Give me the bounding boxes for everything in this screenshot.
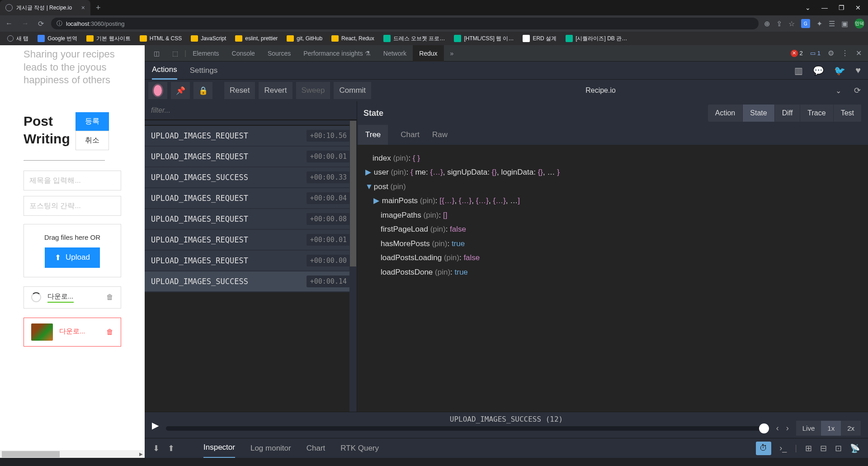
action-row[interactable]: UPLOAD_IMAGES_SUCCESS+00:00.33 [145,167,357,188]
slider-thumb[interactable] [759,423,769,433]
summary-input[interactable] [24,196,121,216]
vtab-state[interactable]: State [743,105,774,122]
gear-icon[interactable]: ⚙ [828,49,834,57]
tree-view[interactable]: index (pin): { } ▶ user (pin): { me: {…}… [357,145,868,412]
ttab-tree[interactable]: Tree [358,125,388,145]
scrollbar-thumb[interactable] [2,451,60,457]
bookmark-icon[interactable]: ☆ [788,19,795,28]
browser-tab[interactable]: 게시글 작성 | Recipe.io × [0,0,90,15]
ttab-chart[interactable]: Chart [401,125,420,145]
upload-dropzone[interactable]: Drag files here OR ⬆Upload [24,224,121,277]
console-icon[interactable]: ›_ [779,443,787,453]
vtab-trace[interactable]: Trace [800,105,833,122]
speed-2x[interactable]: 2x [841,421,861,436]
messages-badge[interactable]: ▭ 1 [810,50,821,57]
bookmark-folder[interactable]: eslint, prettier [231,33,281,43]
sweep-button[interactable]: Sweep [296,82,330,99]
bookmark-item[interactable]: ERD 설계 [519,33,560,44]
close-icon[interactable]: × [81,4,85,11]
tab-elements[interactable]: Elements [186,45,225,62]
pin-button[interactable]: 📌 [171,82,190,99]
broadcast-icon[interactable]: 📡 [850,443,860,453]
revert-button[interactable]: Revert [259,82,292,99]
bookmark-item[interactable]: 새 탭 [4,33,32,44]
sync-icon[interactable]: ⟳ [850,86,864,95]
grid3-icon[interactable]: ⊡ [835,443,842,453]
zoom-icon[interactable]: ⊕ [764,19,770,28]
action-row[interactable]: UPLOAD_IMAGES_REQUEST+00:10.56 [145,126,357,147]
action-row[interactable]: UPLOAD_IMAGES_REQUEST+00:00.01 [145,230,357,251]
action-row[interactable]: UPLOAD_IMAGES_REQUEST+00:00.08 [145,209,357,230]
delete-icon[interactable]: 🗑 [106,328,113,336]
record-button[interactable] [148,82,167,99]
twitter-icon[interactable]: 🐦 [834,65,845,76]
vertical-scrollbar[interactable] [349,120,357,412]
action-row[interactable]: UPLOAD_IMAGES_REQUEST+00:00.01 [145,147,357,167]
delete-icon[interactable]: 🗑 [106,293,113,301]
bookmark-item[interactable]: [시퀄라이즈] DB 관… [562,33,631,44]
close-icon[interactable]: ✕ [856,49,862,57]
bookmark-item[interactable]: Google 번역 [34,33,81,44]
prev-button[interactable]: ‹ [776,423,779,433]
reading-list-icon[interactable]: ☰ [829,19,835,28]
vtab-diff[interactable]: Diff [775,105,801,122]
errors-badge[interactable]: ✕2 [791,50,803,57]
minimize-icon[interactable]: — [821,4,828,11]
bookmark-folder[interactable]: 기본 웹사이트 [83,33,134,44]
speed-1x[interactable]: 1x [821,421,841,436]
btab-log[interactable]: Log monitor [250,438,291,458]
translate-icon[interactable]: G [801,19,810,28]
heart-icon[interactable]: ♥ [855,65,861,76]
upload-button[interactable]: ⬆Upload [45,247,100,268]
extensions-icon[interactable]: ✦ [816,19,822,28]
timer-icon[interactable]: ⏱ [756,442,771,455]
action-row[interactable]: UPLOAD_IMAGES_REQUEST+00:00.04 [145,188,357,209]
site-info-icon[interactable]: ⓘ [57,19,62,28]
share-icon[interactable]: ⇪ [776,19,782,28]
book-icon[interactable]: ▥ [794,65,803,76]
redux-tab-settings[interactable]: Settings [190,62,217,80]
speed-live[interactable]: Live [796,421,821,436]
bookmark-folder[interactable]: React, Redux [328,33,378,43]
bookmark-folder[interactable]: git, GitHub [283,33,326,43]
sidepanel-icon[interactable]: ▣ [841,19,848,28]
scrollbar-thumb[interactable] [350,121,356,266]
bookmark-folder[interactable]: HTML & CSS [136,33,186,43]
btab-inspector[interactable]: Inspector [203,438,235,458]
chevron-down-icon[interactable]: ⌄ [805,4,811,11]
chevron-down-icon[interactable]: ⌄ [830,86,847,95]
tab-sources[interactable]: Sources [261,45,297,62]
back-button[interactable]: ← [4,18,14,29]
chat-icon[interactable]: 💬 [813,65,824,76]
maximize-icon[interactable]: ❐ [839,4,844,11]
tab-network[interactable]: Network [377,45,413,62]
cancel-button[interactable]: 취소 [75,131,109,150]
bookmark-item[interactable]: 드레스 오브젯 프로… [380,33,449,44]
vtab-test[interactable]: Test [834,105,862,122]
ttab-raw[interactable]: Raw [432,125,448,145]
vtab-action[interactable]: Action [708,105,743,122]
close-icon[interactable]: ✕ [855,4,861,11]
play-button[interactable]: ▶ [152,420,159,431]
horizontal-scrollbar[interactable]: ▶ [0,450,145,458]
scroll-right-icon[interactable]: ▶ [137,452,145,456]
tab-performance[interactable]: Performance insights ⚗ [297,45,377,62]
title-input[interactable] [24,171,121,190]
grid2-icon[interactable]: ⊟ [820,443,827,453]
action-row[interactable]: UPLOAD_IMAGES_SUCCESS+00:00.14 [145,271,357,292]
inspect-icon[interactable]: ◫ [147,45,166,62]
device-icon[interactable]: ⬚ [166,45,184,62]
lock-button[interactable]: 🔒 [193,82,212,99]
tab-redux[interactable]: Redux [413,45,443,62]
more-tabs-icon[interactable]: » [444,45,460,62]
upload-icon[interactable]: ⬆ [168,443,175,453]
action-list[interactable]: UPLOAD_IMAGES_REQUEST+00:10.56 UPLOAD_IM… [145,120,357,412]
filter-input[interactable] [145,101,357,120]
bookmark-folder[interactable]: JavaScript [187,33,230,43]
btab-rtk[interactable]: RTK Query [340,438,379,458]
reload-button[interactable]: ⟳ [36,18,46,30]
bookmark-item[interactable]: [HTML/CSS] 웹 이… [450,33,517,44]
next-button[interactable]: › [786,423,789,433]
download-icon[interactable]: ⬇ [153,443,160,453]
new-tab-button[interactable]: + [90,3,106,13]
